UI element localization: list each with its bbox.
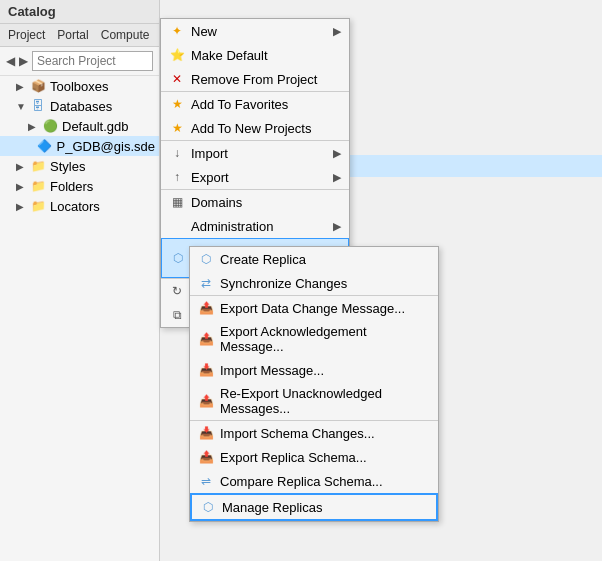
submenu-item-create-replica[interactable]: ⬡ Create Replica bbox=[190, 247, 438, 271]
tree-label: P_GDB@gis.sde bbox=[57, 139, 155, 154]
submenu-item-schema-import[interactable]: 📥 Import Schema Changes... bbox=[190, 420, 438, 445]
submenu-item-label: Manage Replicas bbox=[222, 500, 428, 515]
tree-label: Default.gdb bbox=[62, 119, 129, 134]
nav-back-icon[interactable]: ◀ bbox=[6, 54, 15, 68]
panel-title: Catalog bbox=[0, 0, 159, 24]
submenu-item-reexport[interactable]: 📤 Re-Export Unacknowledged Messages... bbox=[190, 382, 438, 420]
refresh-icon: ↻ bbox=[169, 283, 185, 299]
tree-label: Folders bbox=[50, 179, 93, 194]
expand-arrow: ▶ bbox=[16, 201, 26, 212]
catalog-panel: Catalog Project Portal Compute ◀ ▶ ▶ 📦 T… bbox=[0, 0, 160, 561]
submenu-item-label: Import Message... bbox=[220, 363, 430, 378]
new-icon: ✦ bbox=[169, 23, 185, 39]
copy-icon: ⧉ bbox=[169, 307, 185, 323]
menu-item-label: Add To Favorites bbox=[191, 97, 341, 112]
tab-compute[interactable]: Compute bbox=[97, 26, 154, 44]
menu-item-label: Import bbox=[191, 146, 327, 161]
export-msg-icon: 📤 bbox=[198, 300, 214, 316]
tab-portal[interactable]: Portal bbox=[53, 26, 92, 44]
menu-item-new[interactable]: ✦ New ▶ bbox=[161, 19, 349, 43]
tree-label: Toolboxes bbox=[50, 79, 109, 94]
submenu-item-sync[interactable]: ⇄ Synchronize Changes bbox=[190, 271, 438, 295]
make-default-icon: ⭐ bbox=[169, 47, 185, 63]
create-replica-icon: ⬡ bbox=[198, 251, 214, 267]
expand-arrow: ▶ bbox=[28, 121, 38, 132]
submenu-item-manage-replicas[interactable]: ⬡ Manage Replicas bbox=[190, 493, 438, 521]
schema-compare-icon: ⇌ bbox=[198, 473, 214, 489]
submenu-item-label: Export Acknowledgement Message... bbox=[220, 324, 430, 354]
expand-arrow: ▼ bbox=[16, 101, 26, 112]
ack-icon: 📤 bbox=[198, 331, 214, 347]
nav-forward-icon[interactable]: ▶ bbox=[19, 54, 28, 68]
submenu-item-label: Export Data Change Message... bbox=[220, 301, 430, 316]
panel-tabs: Project Portal Compute bbox=[0, 24, 159, 47]
tree-label: Styles bbox=[50, 159, 85, 174]
tree-item-toolboxes[interactable]: ▶ 📦 Toolboxes bbox=[0, 76, 159, 96]
tree-label: Locators bbox=[50, 199, 100, 214]
submenu-item-export-msg[interactable]: 📤 Export Data Change Message... bbox=[190, 295, 438, 320]
menu-item-label: Administration bbox=[191, 219, 327, 234]
menu-item-label: New bbox=[191, 24, 327, 39]
menu-item-add-fav[interactable]: ★ Add To Favorites bbox=[161, 91, 349, 116]
reexport-icon: 📤 bbox=[198, 393, 214, 409]
schema-export-icon: 📤 bbox=[198, 449, 214, 465]
search-input[interactable] bbox=[32, 51, 153, 71]
arrow-icon: ▶ bbox=[333, 171, 341, 184]
tree-item-styles[interactable]: ▶ 📁 Styles bbox=[0, 156, 159, 176]
menu-item-add-new-proj[interactable]: ★ Add To New Projects bbox=[161, 116, 349, 140]
gdb-icon: 🟢 bbox=[42, 118, 58, 134]
dist-submenu: ⬡ Create Replica ⇄ Synchronize Changes 📤… bbox=[189, 246, 439, 522]
expand-arrow: ▶ bbox=[16, 161, 26, 172]
admin-icon bbox=[169, 218, 185, 234]
export-icon: ↑ bbox=[169, 169, 185, 185]
import-msg-icon: 📥 bbox=[198, 362, 214, 378]
submenu-item-label: Export Replica Schema... bbox=[220, 450, 430, 465]
sync-icon: ⇄ bbox=[198, 275, 214, 291]
submenu-item-label: Synchronize Changes bbox=[220, 276, 430, 291]
databases-icon: 🗄 bbox=[30, 98, 46, 114]
expand-arrow: ▶ bbox=[16, 181, 26, 192]
menu-item-label: Add To New Projects bbox=[191, 121, 341, 136]
submenu-item-ack[interactable]: 📤 Export Acknowledgement Message... bbox=[190, 320, 438, 358]
tree-item-default-gdb[interactable]: ▶ 🟢 Default.gdb bbox=[0, 116, 159, 136]
menu-item-label: Export bbox=[191, 170, 327, 185]
menu-item-make-default[interactable]: ⭐ Make Default bbox=[161, 43, 349, 67]
arrow-icon: ▶ bbox=[333, 220, 341, 233]
fav-icon: ★ bbox=[169, 96, 185, 112]
menu-item-remove[interactable]: ✕ Remove From Project bbox=[161, 67, 349, 91]
search-area: ◀ ▶ bbox=[0, 47, 159, 76]
tree-item-folders[interactable]: ▶ 📁 Folders bbox=[0, 176, 159, 196]
locators-icon: 📁 bbox=[30, 198, 46, 214]
arrow-icon: ▶ bbox=[333, 147, 341, 160]
menu-item-label: Domains bbox=[191, 195, 341, 210]
menu-item-import[interactable]: ↓ Import ▶ bbox=[161, 140, 349, 165]
submenu-item-label: Create Replica bbox=[220, 252, 430, 267]
toolbox-icon: 📦 bbox=[30, 78, 46, 94]
dist-geo-icon: ⬡ bbox=[170, 250, 186, 266]
submenu-item-import-msg[interactable]: 📥 Import Message... bbox=[190, 358, 438, 382]
tab-project[interactable]: Project bbox=[4, 26, 49, 44]
manage-replicas-icon: ⬡ bbox=[200, 499, 216, 515]
tree-item-locators[interactable]: ▶ 📁 Locators bbox=[0, 196, 159, 216]
tree-item-pgdb[interactable]: 🔷 P_GDB@gis.sde bbox=[0, 136, 159, 156]
menu-item-label: Make Default bbox=[191, 48, 341, 63]
new-proj-icon: ★ bbox=[169, 120, 185, 136]
domains-icon: ▦ bbox=[169, 194, 185, 210]
tree-label: Databases bbox=[50, 99, 112, 114]
submenu-item-label: Re-Export Unacknowledged Messages... bbox=[220, 386, 430, 416]
menu-item-domains[interactable]: ▦ Domains bbox=[161, 189, 349, 214]
import-icon: ↓ bbox=[169, 145, 185, 161]
tree-item-databases[interactable]: ▼ 🗄 Databases bbox=[0, 96, 159, 116]
submenu-item-label: Compare Replica Schema... bbox=[220, 474, 430, 489]
expand-arrow: ▶ bbox=[16, 81, 26, 92]
arrow-icon: ▶ bbox=[333, 25, 341, 38]
submenu-item-schema-compare[interactable]: ⇌ Compare Replica Schema... bbox=[190, 469, 438, 493]
submenu-item-schema-export[interactable]: 📤 Export Replica Schema... bbox=[190, 445, 438, 469]
menu-item-export[interactable]: ↑ Export ▶ bbox=[161, 165, 349, 189]
remove-icon: ✕ bbox=[169, 71, 185, 87]
schema-import-icon: 📥 bbox=[198, 425, 214, 441]
menu-item-label: Remove From Project bbox=[191, 72, 341, 87]
menu-item-administration[interactable]: Administration ▶ bbox=[161, 214, 349, 238]
folders-icon: 📁 bbox=[30, 178, 46, 194]
submenu-item-label: Import Schema Changes... bbox=[220, 426, 430, 441]
